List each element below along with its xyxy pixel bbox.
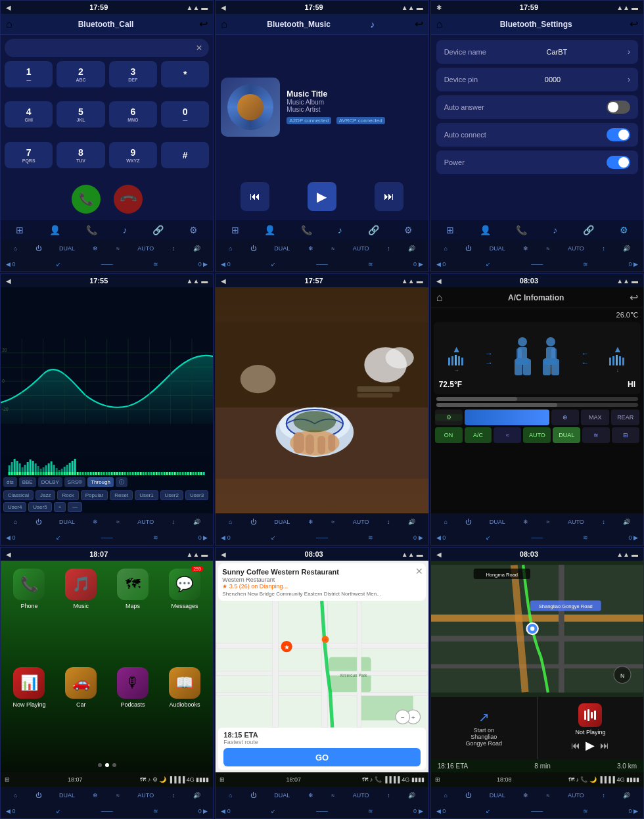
app-phone[interactable]: 📞 Phone [6,569,53,662]
home-climate-1[interactable]: ⌂ [14,245,17,252]
app-car[interactable]: 🚗 Car [58,667,104,761]
back-arrow-7[interactable]: ◀ [6,551,11,558]
nav-music-1[interactable]: ♪ [123,225,127,235]
btn-dual[interactable]: DUAL [553,427,580,443]
dial-9[interactable]: 9WXYZ [109,142,157,168]
dial-1[interactable]: 1— [5,61,53,87]
btn-dolby[interactable]: DOLBY [38,477,62,487]
end-call-button[interactable]: 📞 [108,179,149,220]
back-btn-2[interactable]: ↩ [415,18,423,30]
app-maps[interactable]: 🗺 Maps [110,569,156,662]
dial-star[interactable]: * [161,61,209,87]
nav-link-1[interactable]: 🔗 [152,225,164,235]
nav-music-3[interactable]: ♪ [553,225,557,235]
dot-2[interactable] [105,763,109,767]
home-icon-1[interactable]: ⌂ [6,18,12,30]
nav-settings-3[interactable]: ⚙ [620,225,628,235]
btn-ac-mode[interactable]: ≈ [494,427,521,443]
dial-4[interactable]: 4GHI [5,101,53,128]
dot-1[interactable] [98,763,102,767]
ac-fan-slider[interactable] [465,410,549,425]
nav-phone-2[interactable]: 📞 [301,225,312,235]
ac-fan-icon[interactable]: ⊕ [551,410,580,425]
video-player[interactable] [216,287,428,513]
preset-user4[interactable]: User4 [3,502,26,512]
nav-settings-1[interactable]: ⚙ [189,225,198,235]
back-arrow-2[interactable]: ◀ [221,4,226,11]
nav-grid-3[interactable]: ⊞ [446,225,454,235]
vent-left-1[interactable]: ◀ 0 [6,261,16,268]
preset-jazz[interactable]: Jazz [35,490,55,500]
auto-connect-toggle[interactable] [607,128,630,141]
back-arrow-6[interactable]: ◀ [436,277,442,285]
ac-mode-1[interactable]: ≈ [116,245,120,252]
slider-1[interactable] [436,397,638,401]
home-icon-2[interactable]: ⌂ [221,18,227,30]
vent-left-2[interactable]: ◀ 0 [221,261,231,268]
nav-grid-1[interactable]: ⊞ [16,225,24,235]
play-pause-btn[interactable]: ▶ [586,738,595,753]
dial-6[interactable]: 6MNO [109,101,157,128]
btn-info[interactable]: ⓘ [116,477,127,487]
nav-music-2[interactable]: ♪ [338,225,342,235]
nav-phone-1[interactable]: 📞 [86,225,97,235]
snow-icon-2[interactable]: ❄ [308,245,313,252]
home-icon-6[interactable]: ⌂ [436,292,443,304]
ac-mode-3[interactable]: ≈ [547,245,550,252]
preset-reset[interactable]: Reset [110,490,133,500]
fan-icon-2[interactable]: ↕ [387,245,390,252]
vol-icon-3[interactable]: 🔊 [623,245,630,252]
dot-3[interactable] [112,763,116,767]
preset-popular[interactable]: Popular [81,490,108,500]
dial-5[interactable]: 5JKL [57,101,104,128]
nav-settings-2[interactable]: ⚙ [404,225,413,235]
preset-user2[interactable]: User2 [160,490,183,500]
vent-mid-1[interactable]: ↙ [56,261,61,268]
home-climate-3[interactable]: ⌂ [444,245,447,252]
back-btn-1[interactable]: ↩ [199,18,208,30]
app-nowplaying[interactable]: 📊 Now Playing [6,667,53,761]
btn-max[interactable]: MAX [581,410,609,425]
preset-user5[interactable]: User5 [28,502,51,512]
back-arrow-9[interactable]: ◀ [436,551,442,558]
btn-dts[interactable]: dts [3,477,17,487]
dial-2[interactable]: 2ABC [57,61,104,87]
clear-btn[interactable]: ✕ [196,43,202,53]
search-input[interactable] [11,44,196,52]
nav-person-3[interactable]: 👤 [480,225,491,235]
back-arrow-4[interactable]: ◀ [6,277,11,285]
vol-icon-1[interactable]: 🔊 [193,245,200,252]
preset-classical[interactable]: Classical [3,490,34,500]
preset-rock[interactable]: Rock [57,490,78,500]
fan-icon-1[interactable]: ↕ [172,245,175,252]
vent-fan-1[interactable]: ≋ [153,261,158,268]
next-btn[interactable]: ⏭ [375,182,403,211]
nav-person-2[interactable]: 👤 [264,225,275,235]
power-climate-2[interactable]: ⏻ [250,245,256,252]
rewind-btn[interactable]: ⏮ [571,740,580,751]
map-area[interactable]: ★ Xin'ercun Park 📍 + − [216,601,428,728]
slider-2[interactable] [436,403,638,407]
vent-right-2[interactable]: 0 ▶ [413,261,423,268]
ac-mode-2[interactable]: ≈ [331,245,334,252]
go-button[interactable]: GO [223,748,420,766]
ac-fan-down[interactable]: ⚙ [435,414,463,421]
back-btn-3[interactable]: ↩ [630,18,638,30]
app-audiobooks[interactable]: 📖 Audiobooks [161,667,208,761]
forward-btn[interactable]: ⏭ [600,740,609,751]
btn-through[interactable]: Through [87,477,114,487]
device-name-row[interactable]: Device name CarBT › [436,40,638,64]
call-button[interactable]: 📞 [72,185,101,214]
back-btn-6[interactable]: ↩ [630,291,638,304]
prev-btn[interactable]: ⏮ [241,182,269,211]
btn-rear[interactable]: REAR [611,410,639,425]
auto-answer-toggle[interactable] [607,101,630,114]
preset-user3[interactable]: User3 [185,490,208,500]
app-podcasts[interactable]: 🎙 Podcasts [110,667,156,761]
btn-ac[interactable]: A/C [465,427,492,443]
power-climate-3[interactable]: ⏻ [465,245,471,252]
btn-bbe[interactable]: BBE [19,477,36,487]
btn-srs[interactable]: SRS® [64,477,85,487]
device-pin-row[interactable]: Device pin 0000 › [436,68,638,91]
fan-icon-3[interactable]: ↕ [602,245,605,252]
